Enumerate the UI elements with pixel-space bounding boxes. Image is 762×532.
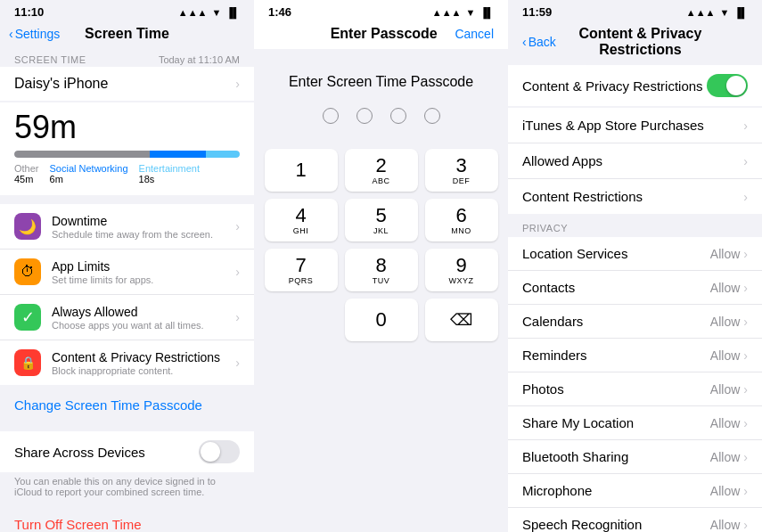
privacy-photos[interactable]: Photos Allow › <box>508 372 762 406</box>
allow-row-share-location: Allow › <box>710 416 748 430</box>
battery-icon: ▐▌ <box>225 7 240 18</box>
numpad-row-3: 7 PQRS 8 TUV 9 WXYZ <box>261 249 501 291</box>
privacy-reminders[interactable]: Reminders Allow › <box>508 339 762 372</box>
allow-text-photos: Allow <box>710 382 740 397</box>
cp-nav: ‹ Back Content & Privacy Restrictions <box>508 22 762 65</box>
always-allowed-icon: ✓ <box>14 304 41 331</box>
menu-item-always-allowed[interactable]: ✓ Always Allowed Choose apps you want at… <box>0 295 254 340</box>
status-time-1: 11:10 <box>14 5 44 19</box>
allow-text-calendars: Allow <box>710 315 740 329</box>
status-bar-1: 11:10 ▲▲▲ ▼ ▐▌ <box>0 0 254 22</box>
cp-back-label: Back <box>528 35 556 49</box>
allow-text-share-location: Allow <box>710 416 740 430</box>
key-2[interactable]: 2 ABC <box>345 149 418 192</box>
share-devices-toggle[interactable] <box>199 440 240 463</box>
privacy-location-label: Location Services <box>522 246 627 261</box>
cp-item-itunes[interactable]: iTunes & App Store Purchases › <box>508 108 762 143</box>
privacy-share-location[interactable]: Share My Location Allow › <box>508 406 762 440</box>
downtime-text: Downtime Schedule time away from the scr… <box>52 214 225 240</box>
section-header: SCREEN TIME Today at 11:10 AM <box>0 49 254 67</box>
key-8[interactable]: 8 TUV <box>345 249 418 291</box>
dot-2 <box>356 108 373 124</box>
legend-entertainment-value: 18s <box>139 174 200 184</box>
key-0[interactable]: 0 <box>345 299 418 341</box>
allow-text-location: Allow <box>710 247 740 261</box>
key-3[interactable]: 3 DEF <box>425 149 498 192</box>
share-devices-desc: You can enable this on any device signed… <box>0 472 254 504</box>
downtime-subtitle: Schedule time away from the screen. <box>52 229 225 240</box>
dot-3 <box>390 108 406 124</box>
key-4[interactable]: 4 GHI <box>265 199 338 241</box>
privacy-bluetooth-label: Bluetooth Sharing <box>522 449 628 464</box>
privacy-location[interactable]: Location Services Allow › <box>508 237 762 271</box>
change-passcode-link[interactable]: Change Screen Time Passcode <box>14 397 202 413</box>
key-9[interactable]: 9 WXYZ <box>425 249 498 291</box>
wifi-icon: ▼ <box>212 7 222 18</box>
privacy-share-location-label: Share My Location <box>522 415 634 430</box>
cp-item-content-restrictions[interactable]: Content Restrictions › <box>508 179 762 214</box>
dot-4 <box>424 108 440 124</box>
allow-row-bluetooth: Allow › <box>710 450 748 464</box>
key-empty <box>265 299 338 341</box>
privacy-microphone[interactable]: Microphone Allow › <box>508 474 762 508</box>
chevron-right-icon: › <box>743 484 748 498</box>
cancel-button[interactable]: Cancel <box>455 27 494 41</box>
menu-item-app-limits[interactable]: ⏱ App Limits Set time limits for apps. › <box>0 250 254 295</box>
cp-item-allowed-apps[interactable]: Allowed Apps › <box>508 143 762 179</box>
privacy-calendars[interactable]: Calendars Allow › <box>508 305 762 339</box>
chevron-left-icon: ‹ <box>9 27 13 41</box>
key-5[interactable]: 5 JKL <box>345 199 418 241</box>
usage-section: 59m Other 45m Social Networking 6m Enter… <box>0 102 254 195</box>
chevron-left-icon-3: ‹ <box>522 35 527 49</box>
battery-icon-2: ▐▌ <box>479 7 494 18</box>
menu-item-downtime[interactable]: 🌙 Downtime Schedule time away from the s… <box>0 204 254 250</box>
cp-menu: iTunes & App Store Purchases › Allowed A… <box>508 108 762 214</box>
passcode-nav-title: Enter Passcode <box>331 26 438 42</box>
bar-entertainment <box>206 151 240 158</box>
privacy-speech[interactable]: Speech Recognition Allow › <box>508 508 762 532</box>
chevron-right-icon: › <box>743 382 748 397</box>
device-row[interactable]: Daisy's iPhone › <box>0 67 254 101</box>
passcode-content: Enter Screen Time Passcode 1 2 ABC 3 DEF <box>254 49 508 532</box>
passcode-dots <box>323 108 440 124</box>
legend-other-label: Other <box>14 163 39 174</box>
privacy-contacts[interactable]: Contacts Allow › <box>508 271 762 305</box>
content-restrictions-subtitle: Block inappropriate content. <box>52 365 225 376</box>
cp-toggle[interactable] <box>707 74 748 97</box>
main-menu: 🌙 Downtime Schedule time away from the s… <box>0 204 254 385</box>
allow-row-location: Allow › <box>710 247 748 261</box>
key-6[interactable]: 6 MNO <box>425 199 498 241</box>
allow-text-reminders: Allow <box>710 348 740 363</box>
chevron-right-icon: › <box>743 518 748 532</box>
app-limits-title: App Limits <box>52 259 225 274</box>
back-button-1[interactable]: ‹ Settings <box>9 27 60 41</box>
turn-off-button[interactable]: Turn Off Screen Time <box>0 504 254 532</box>
chevron-right-icon: › <box>235 356 240 370</box>
key-1[interactable]: 1 <box>265 149 338 192</box>
device-name: Daisy's iPhone <box>14 76 108 92</box>
allow-row-photos: Allow › <box>710 382 748 397</box>
privacy-speech-label: Speech Recognition <box>522 517 642 532</box>
nav-title-1: Screen Time <box>85 26 169 42</box>
key-7[interactable]: 7 PQRS <box>265 249 338 291</box>
allow-row-calendars: Allow › <box>710 315 748 329</box>
privacy-panel: 11:59 ▲▲▲ ▼ ▐▌ ‹ Back Content & Privacy … <box>508 0 762 532</box>
allow-text-microphone: Allow <box>710 484 740 498</box>
legend-other: Other 45m <box>14 163 39 184</box>
cp-toggle-row: Content & Privacy Restrictions <box>508 65 762 106</box>
allow-row-reminders: Allow › <box>710 348 748 363</box>
bar-social <box>150 151 206 158</box>
status-icons-2: ▲▲▲ ▼ ▐▌ <box>432 7 494 18</box>
menu-item-content-restrictions[interactable]: 🔒 Content & Privacy Restrictions Block i… <box>0 340 254 385</box>
key-delete[interactable]: ⌫ <box>425 299 498 341</box>
privacy-bluetooth[interactable]: Bluetooth Sharing Allow › <box>508 440 762 474</box>
cp-back-button[interactable]: ‹ Back <box>522 35 556 49</box>
status-bar-3: 11:59 ▲▲▲ ▼ ▐▌ <box>508 0 762 22</box>
dot-1 <box>323 108 339 124</box>
chevron-right-icon: › <box>235 310 240 324</box>
delete-icon: ⌫ <box>450 310 472 330</box>
legend-other-value: 45m <box>14 174 39 184</box>
wifi-icon-3: ▼ <box>720 7 730 18</box>
content-restrictions-icon: 🔒 <box>14 349 41 376</box>
change-passcode-section[interactable]: Change Screen Time Passcode <box>0 387 254 424</box>
